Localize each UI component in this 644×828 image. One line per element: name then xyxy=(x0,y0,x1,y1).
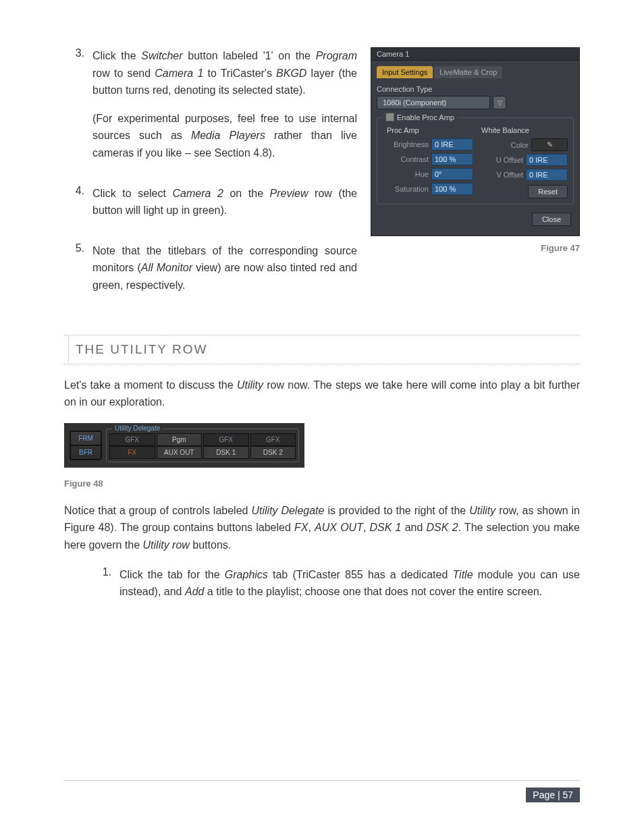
gfx-button-2[interactable]: GFX xyxy=(203,433,249,446)
bfr-button[interactable]: BFR xyxy=(70,445,101,460)
dropdown-value: 1080i (Component) xyxy=(377,96,490,109)
color-label: Color xyxy=(477,141,529,149)
hue-label: Hue xyxy=(383,170,429,178)
step-4-body: Click to select Camera 2 on the Preview … xyxy=(92,185,357,230)
proc-amp-group: Enable Proc Amp Proc Amp Brightness0 IRE… xyxy=(377,117,574,204)
connection-type-dropdown[interactable]: 1080i (Component) ▽ xyxy=(377,96,574,109)
step-1-bottom-body: Click the tab for the Graphics tab (TriC… xyxy=(119,566,580,611)
tab-input-settings[interactable]: Input Settings xyxy=(377,66,433,78)
step-5-body: Note that the titlebars of the correspon… xyxy=(92,242,357,305)
section-heading-row: THE UTILITY ROW xyxy=(64,335,580,364)
utility-delegate-group: Utility Delegate GFX Pgm GFX GFX FX AUX … xyxy=(106,429,299,462)
tab-livematte-crop[interactable]: LiveMatte & Crop xyxy=(434,66,502,78)
step-3-body: Click the Switcher button labeled '1' on… xyxy=(92,47,357,173)
contrast-label: Contrast xyxy=(383,155,429,163)
utility-delegate-label: Utility Delegate xyxy=(112,424,163,432)
u-offset-value[interactable]: 0 IRE xyxy=(526,154,568,166)
close-button[interactable]: Close xyxy=(532,213,571,226)
aux-out-button[interactable]: AUX OUT xyxy=(157,446,203,459)
figure-48-caption: Figure 48 xyxy=(64,478,580,489)
frm-bfr-buttons: FRM BFR xyxy=(70,431,102,460)
gfx-button-3[interactable]: GFX xyxy=(250,433,296,446)
brightness-label: Brightness xyxy=(383,140,429,148)
dsk2-button[interactable]: DSK 2 xyxy=(250,446,296,459)
color-picker[interactable]: ✎ xyxy=(531,138,568,151)
utility-row-intro: Let's take a moment to discuss the Utili… xyxy=(64,377,580,411)
fx-button[interactable]: FX xyxy=(109,446,155,459)
gfx-button-1[interactable]: GFX xyxy=(109,433,155,446)
pgm-button[interactable]: Pgm xyxy=(157,433,203,446)
proc-amp-heading: Proc Amp xyxy=(387,126,473,134)
hue-value[interactable]: 0° xyxy=(431,168,473,180)
v-offset-value[interactable]: 0 IRE xyxy=(526,169,568,181)
step-number: 3. xyxy=(64,47,92,173)
step-number: 1. xyxy=(91,566,119,611)
brightness-value[interactable]: 0 IRE xyxy=(431,138,473,150)
camera-settings-dialog: Camera 1 Input Settings LiveMatte & Crop… xyxy=(371,47,580,236)
eyedropper-icon[interactable]: ✎ xyxy=(547,140,553,149)
step-5: 5. Note that the titlebars of the corres… xyxy=(64,242,357,305)
frm-button[interactable]: FRM xyxy=(70,431,101,445)
tab-bar: Input Settings LiveMatte & Crop xyxy=(377,66,574,78)
white-balance-heading: White Balance xyxy=(481,126,568,134)
footer-rule xyxy=(64,780,580,781)
dsk1-button[interactable]: DSK 1 xyxy=(203,446,249,459)
utility-delegate-screenshot: FRM BFR Utility Delegate GFX Pgm GFX GFX… xyxy=(64,423,304,468)
contrast-value[interactable]: 100 % xyxy=(431,153,473,165)
checkbox-icon[interactable] xyxy=(385,113,394,121)
step-number: 5. xyxy=(64,242,92,305)
step-number: 4. xyxy=(64,185,92,230)
chevron-down-icon[interactable]: ▽ xyxy=(493,96,506,109)
enable-proc-amp-checkbox[interactable]: Enable Proc Amp xyxy=(383,113,457,121)
reset-button[interactable]: Reset xyxy=(528,185,568,198)
v-offset-label: V Offset xyxy=(477,171,523,179)
page-number: Page | 57 xyxy=(526,788,580,802)
step-4: 4. Click to select Camera 2 on the Previ… xyxy=(64,185,357,230)
u-offset-label: U Offset xyxy=(477,156,523,164)
step-3: 3. Click the Switcher button labeled '1'… xyxy=(64,47,357,173)
utility-delegate-para: Notice that a group of controls labeled … xyxy=(64,502,580,554)
step-1-bottom: 1. Click the tab for the Graphics tab (T… xyxy=(91,566,580,611)
saturation-value[interactable]: 100 % xyxy=(431,183,473,195)
saturation-label: Saturation xyxy=(383,185,429,193)
connection-type-label: Connection Type xyxy=(377,85,574,93)
dialog-titlebar: Camera 1 xyxy=(371,48,579,61)
figure-47-caption: Figure 47 xyxy=(371,243,580,253)
section-heading: THE UTILITY ROW xyxy=(69,335,207,364)
